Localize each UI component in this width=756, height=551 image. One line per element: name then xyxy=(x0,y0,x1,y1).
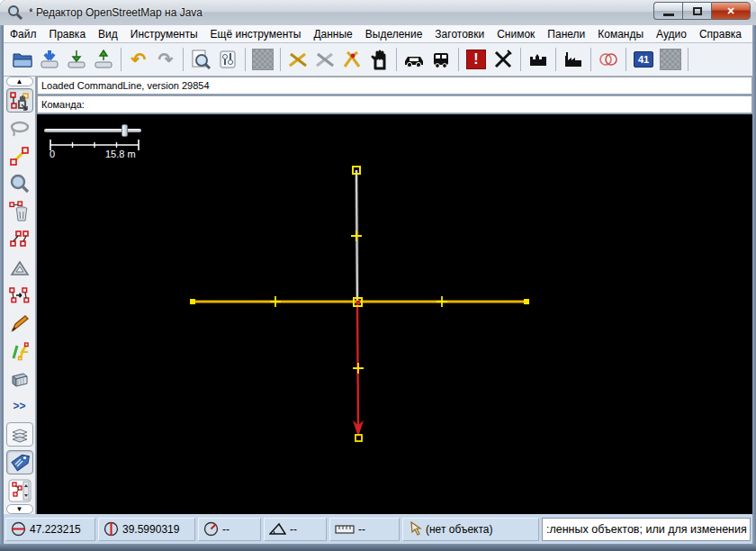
angle-icon xyxy=(269,522,286,536)
tools-inactive-button[interactable] xyxy=(311,46,338,73)
log-message: Loaded CommandLine, version 29854 xyxy=(41,80,210,91)
factory-button[interactable] xyxy=(560,46,587,73)
more-tools-button[interactable]: >> xyxy=(6,394,33,419)
imagery-placeholder-button[interactable] xyxy=(249,46,276,73)
interlocking-rings-icon xyxy=(597,49,620,70)
main-toolbar: ↶ ↷ xyxy=(4,43,752,77)
save-icon xyxy=(39,49,60,70)
unglue-tool-button[interactable] xyxy=(6,228,33,252)
menu-audio[interactable]: Аудио xyxy=(650,26,693,42)
redo-button[interactable]: ↷ xyxy=(152,46,179,73)
latitude-value: 47.223215 xyxy=(30,523,81,536)
menu-help[interactable]: Справка xyxy=(693,26,748,42)
unglue-nodes-icon xyxy=(9,229,31,250)
toolbar-separator xyxy=(280,48,281,71)
menu-edit[interactable]: Правка xyxy=(43,26,93,42)
longitude-value: 39.5990319 xyxy=(122,523,179,536)
maximize-button[interactable] xyxy=(682,2,711,20)
toolbar-separator xyxy=(688,48,688,71)
preferences-button[interactable] xyxy=(214,46,241,73)
toolbar-separator xyxy=(520,48,521,71)
menu-data[interactable]: Данные xyxy=(307,26,358,42)
car-button[interactable] xyxy=(400,46,428,73)
title-bar[interactable]: * Редактор OpenStreetMap на Java ✕ xyxy=(0,0,756,25)
help-text: :ленных объектов; или для изменения выде… xyxy=(546,523,751,536)
crossed-tools-gray-icon xyxy=(314,49,336,70)
app-window: * Редактор OpenStreetMap на Java ✕ Файл … xyxy=(0,0,756,551)
map-canvas[interactable]: 0 15.8 m xyxy=(37,114,752,514)
toolbar-separator xyxy=(245,48,246,71)
upload-button[interactable] xyxy=(90,46,117,73)
object-info-field: (нет объекта) xyxy=(402,518,539,541)
edit-toolbar: ▲ xyxy=(4,77,36,514)
node-south-end[interactable] xyxy=(356,435,362,441)
download-icon xyxy=(66,49,87,70)
toolbar-separator xyxy=(555,48,556,71)
menu-commands[interactable]: Команды xyxy=(591,26,650,42)
latitude-field: 47.223215 xyxy=(5,518,95,541)
toolbar-separator xyxy=(396,48,397,71)
node-junction-selected-fill xyxy=(356,301,360,304)
window-right-border xyxy=(752,25,756,544)
minimize-button[interactable] xyxy=(653,2,682,20)
longitude-field: 39.5990319 xyxy=(98,518,195,541)
menu-imagery[interactable]: Снимок xyxy=(490,26,541,42)
menu-presets[interactable]: Заготовки xyxy=(428,26,490,42)
zoom-tool-button[interactable] xyxy=(6,172,33,196)
preferences-icon xyxy=(217,49,238,70)
speed-limit-button[interactable]: 41 xyxy=(630,46,657,73)
close-button[interactable]: ✕ xyxy=(711,2,751,20)
node-west-end[interactable] xyxy=(190,299,195,304)
draw-way-icon xyxy=(9,145,31,167)
save-button[interactable] xyxy=(36,46,63,73)
tools-red-dot-button[interactable] xyxy=(338,46,365,73)
sidebar-scroll-down-button[interactable]: ▼ xyxy=(6,504,33,514)
castle-button[interactable] xyxy=(525,46,552,73)
bus-button[interactable] xyxy=(428,46,454,73)
undo-button[interactable]: ↶ xyxy=(125,46,152,73)
delete-tool-button[interactable] xyxy=(6,200,33,224)
placeholder-button[interactable] xyxy=(657,46,684,73)
extrude-tool-button[interactable] xyxy=(6,366,33,391)
menu-windows[interactable]: Панели xyxy=(541,26,591,42)
restriction-button[interactable] xyxy=(490,46,517,73)
tags-panel-button[interactable] xyxy=(6,450,33,474)
undo-icon: ↶ xyxy=(131,50,147,68)
search-preferences-button[interactable] xyxy=(187,46,214,73)
command-row[interactable]: Команда: xyxy=(37,95,752,113)
toolbar-separator xyxy=(183,48,184,71)
node-east-end[interactable] xyxy=(524,299,529,304)
warning-button[interactable]: ! xyxy=(463,46,490,73)
toolbar-separator xyxy=(458,48,459,71)
close-icon: ✕ xyxy=(726,5,734,17)
draw-way-tool-button[interactable] xyxy=(6,144,33,168)
toolbar-separator xyxy=(121,48,122,71)
lasso-tool-button[interactable] xyxy=(6,116,33,140)
longitude-icon xyxy=(104,521,119,537)
factory-icon xyxy=(562,49,584,70)
menu-bar: Файл Правка Вид Инструменты Ещё инструме… xyxy=(4,25,752,43)
relation-widget-button[interactable] xyxy=(6,478,33,502)
pan-tool-button[interactable] xyxy=(365,46,392,73)
latitude-icon xyxy=(11,521,26,537)
follow-line-tool-button[interactable] xyxy=(6,283,33,307)
open-file-button[interactable] xyxy=(9,46,36,73)
pencil-tool-button[interactable] xyxy=(6,311,33,335)
menu-file[interactable]: Файл xyxy=(4,26,43,42)
upload-icon xyxy=(93,49,114,70)
layers-panel-button[interactable] xyxy=(6,422,33,447)
follow-line-icon xyxy=(9,285,31,306)
select-tool-button[interactable] xyxy=(6,88,33,113)
angle-field: -- xyxy=(264,518,327,541)
menu-view[interactable]: Вид xyxy=(92,26,124,42)
sidebar-scroll-up-button[interactable]: ▲ xyxy=(6,77,33,86)
menu-more-tools[interactable]: Ещё инструменты xyxy=(204,26,308,42)
rings-button[interactable] xyxy=(595,46,622,73)
menu-selection[interactable]: Выделение xyxy=(359,26,429,42)
download-button[interactable] xyxy=(63,46,90,73)
angle-snap-tool-button[interactable] xyxy=(6,256,33,280)
tools-active-button[interactable] xyxy=(284,46,311,73)
bus-icon xyxy=(430,49,452,70)
menu-tools[interactable]: Инструменты xyxy=(124,26,204,42)
improve-accuracy-tool-button[interactable] xyxy=(6,339,33,363)
